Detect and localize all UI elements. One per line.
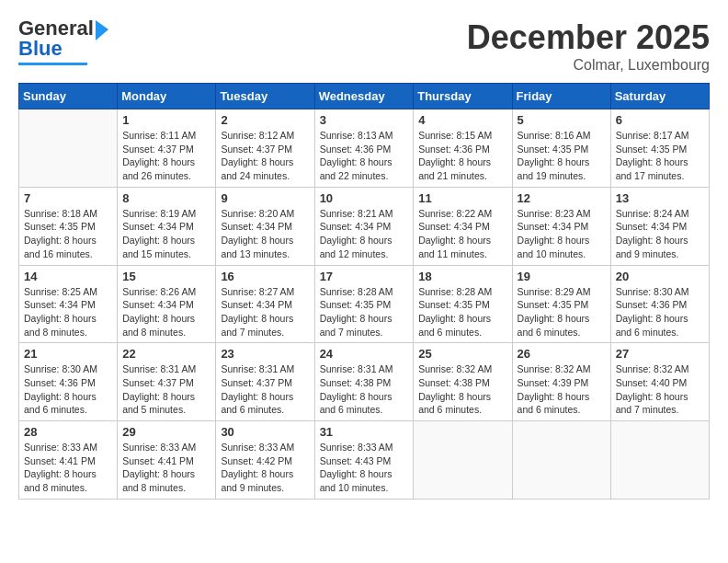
weekday-header-friday: Friday [512, 84, 610, 109]
day-number: 28 [24, 425, 112, 439]
calendar-cell: 7Sunrise: 8:18 AMSunset: 4:35 PMDaylight… [19, 187, 118, 265]
location: Colmar, Luxembourg [467, 57, 710, 74]
logo-text: General Blue [18, 17, 94, 60]
day-number: 9 [221, 191, 309, 205]
day-info: Sunrise: 8:18 AMSunset: 4:35 PMDaylight:… [24, 207, 112, 261]
day-number: 27 [616, 347, 704, 361]
day-number: 11 [418, 191, 506, 205]
day-info: Sunrise: 8:33 AMSunset: 4:41 PMDaylight:… [24, 441, 112, 495]
calendar-cell: 9Sunrise: 8:20 AMSunset: 4:34 PMDaylight… [216, 187, 314, 265]
day-number: 29 [122, 425, 210, 439]
logo-underline [18, 63, 87, 65]
day-info: Sunrise: 8:12 AMSunset: 4:37 PMDaylight:… [221, 129, 309, 183]
calendar-cell: 26Sunrise: 8:32 AMSunset: 4:39 PMDayligh… [512, 343, 610, 421]
day-info: Sunrise: 8:31 AMSunset: 4:38 PMDaylight:… [320, 362, 409, 417]
calendar-cell: 8Sunrise: 8:19 AMSunset: 4:34 PMDaylight… [118, 187, 216, 265]
day-info: Sunrise: 8:27 AMSunset: 4:34 PMDaylight:… [221, 285, 309, 339]
month-title: December 2025 [467, 18, 710, 57]
calendar-cell: 28Sunrise: 8:33 AMSunset: 4:41 PMDayligh… [19, 421, 118, 500]
day-number: 15 [122, 270, 210, 283]
day-info: Sunrise: 8:30 AMSunset: 4:36 PMDaylight:… [616, 285, 704, 339]
calendar-cell [610, 421, 709, 500]
calendar-cell: 17Sunrise: 8:28 AMSunset: 4:35 PMDayligh… [314, 265, 414, 343]
day-number: 24 [320, 347, 409, 361]
calendar-cell: 1Sunrise: 8:11 AMSunset: 4:37 PMDaylight… [118, 109, 216, 188]
day-info: Sunrise: 8:31 AMSunset: 4:37 PMDaylight:… [221, 362, 309, 417]
day-number: 10 [320, 191, 409, 205]
day-number: 6 [616, 113, 704, 127]
day-number: 22 [122, 347, 210, 361]
calendar-cell: 5Sunrise: 8:16 AMSunset: 4:35 PMDaylight… [512, 109, 610, 188]
calendar-cell: 4Sunrise: 8:15 AMSunset: 4:36 PMDaylight… [414, 109, 512, 188]
day-info: Sunrise: 8:33 AMSunset: 4:41 PMDaylight:… [122, 441, 210, 495]
calendar-cell: 14Sunrise: 8:25 AMSunset: 4:34 PMDayligh… [19, 265, 118, 343]
calendar-week-row: 28Sunrise: 8:33 AMSunset: 4:41 PMDayligh… [19, 421, 710, 500]
calendar-cell: 23Sunrise: 8:31 AMSunset: 4:37 PMDayligh… [216, 343, 314, 421]
calendar-cell: 6Sunrise: 8:17 AMSunset: 4:35 PMDaylight… [610, 109, 709, 188]
calendar-cell: 31Sunrise: 8:33 AMSunset: 4:43 PMDayligh… [314, 421, 414, 500]
calendar-cell: 15Sunrise: 8:26 AMSunset: 4:34 PMDayligh… [118, 265, 216, 343]
title-block: December 2025 Colmar, Luxembourg [467, 18, 710, 74]
calendar-cell: 30Sunrise: 8:33 AMSunset: 4:42 PMDayligh… [216, 421, 314, 500]
calendar-cell: 27Sunrise: 8:32 AMSunset: 4:40 PMDayligh… [610, 343, 709, 421]
day-info: Sunrise: 8:21 AMSunset: 4:34 PMDaylight:… [320, 207, 409, 261]
day-number: 30 [221, 425, 309, 439]
day-info: Sunrise: 8:26 AMSunset: 4:34 PMDaylight:… [122, 285, 210, 339]
calendar-cell [19, 109, 118, 188]
day-number: 8 [122, 191, 210, 205]
day-number: 17 [320, 270, 409, 283]
calendar-cell [414, 421, 512, 500]
weekday-header-thursday: Thursday [414, 84, 512, 109]
calendar-cell: 25Sunrise: 8:32 AMSunset: 4:38 PMDayligh… [414, 343, 512, 421]
weekday-header-row: SundayMondayTuesdayWednesdayThursdayFrid… [19, 84, 710, 109]
calendar-week-row: 1Sunrise: 8:11 AMSunset: 4:37 PMDaylight… [19, 109, 710, 188]
day-info: Sunrise: 8:23 AMSunset: 4:34 PMDaylight:… [518, 207, 606, 261]
page-header: General Blue December 2025 Colmar, Luxem… [18, 18, 710, 74]
day-number: 25 [418, 347, 506, 361]
day-number: 23 [221, 347, 309, 361]
calendar-cell [512, 421, 610, 500]
day-info: Sunrise: 8:11 AMSunset: 4:37 PMDaylight:… [122, 129, 210, 183]
day-info: Sunrise: 8:33 AMSunset: 4:43 PMDaylight:… [320, 441, 409, 495]
calendar-cell: 21Sunrise: 8:30 AMSunset: 4:36 PMDayligh… [19, 343, 118, 421]
calendar-cell: 13Sunrise: 8:24 AMSunset: 4:34 PMDayligh… [610, 187, 709, 265]
day-info: Sunrise: 8:33 AMSunset: 4:42 PMDaylight:… [221, 441, 309, 495]
day-number: 18 [418, 270, 506, 283]
calendar-week-row: 14Sunrise: 8:25 AMSunset: 4:34 PMDayligh… [19, 265, 710, 343]
day-info: Sunrise: 8:32 AMSunset: 4:39 PMDaylight:… [518, 362, 606, 417]
day-number: 1 [122, 113, 210, 127]
day-number: 21 [24, 347, 112, 361]
weekday-header-saturday: Saturday [610, 84, 709, 109]
calendar-cell: 2Sunrise: 8:12 AMSunset: 4:37 PMDaylight… [216, 109, 314, 188]
day-number: 31 [320, 425, 409, 439]
weekday-header-sunday: Sunday [19, 84, 118, 109]
weekday-header-tuesday: Tuesday [216, 84, 314, 109]
calendar-cell: 16Sunrise: 8:27 AMSunset: 4:34 PMDayligh… [216, 265, 314, 343]
day-info: Sunrise: 8:15 AMSunset: 4:36 PMDaylight:… [418, 129, 506, 183]
day-number: 2 [221, 113, 309, 127]
svg-marker-0 [96, 20, 108, 40]
day-number: 19 [518, 270, 606, 283]
day-number: 3 [320, 113, 409, 127]
calendar-cell: 24Sunrise: 8:31 AMSunset: 4:38 PMDayligh… [314, 343, 414, 421]
calendar-cell: 12Sunrise: 8:23 AMSunset: 4:34 PMDayligh… [512, 187, 610, 265]
day-info: Sunrise: 8:25 AMSunset: 4:34 PMDaylight:… [24, 285, 112, 339]
day-info: Sunrise: 8:19 AMSunset: 4:34 PMDaylight:… [122, 207, 210, 261]
logo: General Blue [18, 18, 94, 65]
day-info: Sunrise: 8:22 AMSunset: 4:34 PMDaylight:… [418, 207, 506, 261]
calendar-cell: 10Sunrise: 8:21 AMSunset: 4:34 PMDayligh… [314, 187, 414, 265]
calendar-week-row: 21Sunrise: 8:30 AMSunset: 4:36 PMDayligh… [19, 343, 710, 421]
logo-arrow-icon [94, 20, 110, 40]
calendar-table: SundayMondayTuesdayWednesdayThursdayFrid… [18, 83, 710, 500]
day-info: Sunrise: 8:16 AMSunset: 4:35 PMDaylight:… [518, 129, 606, 183]
calendar-cell: 22Sunrise: 8:31 AMSunset: 4:37 PMDayligh… [118, 343, 216, 421]
day-info: Sunrise: 8:28 AMSunset: 4:35 PMDaylight:… [418, 285, 506, 339]
weekday-header-wednesday: Wednesday [314, 84, 414, 109]
day-info: Sunrise: 8:32 AMSunset: 4:38 PMDaylight:… [418, 362, 506, 417]
day-info: Sunrise: 8:30 AMSunset: 4:36 PMDaylight:… [24, 362, 112, 417]
day-info: Sunrise: 8:17 AMSunset: 4:35 PMDaylight:… [616, 129, 704, 183]
day-info: Sunrise: 8:24 AMSunset: 4:34 PMDaylight:… [616, 207, 704, 261]
calendar-cell: 20Sunrise: 8:30 AMSunset: 4:36 PMDayligh… [610, 265, 709, 343]
calendar-cell: 18Sunrise: 8:28 AMSunset: 4:35 PMDayligh… [414, 265, 512, 343]
day-info: Sunrise: 8:13 AMSunset: 4:36 PMDaylight:… [320, 129, 409, 183]
